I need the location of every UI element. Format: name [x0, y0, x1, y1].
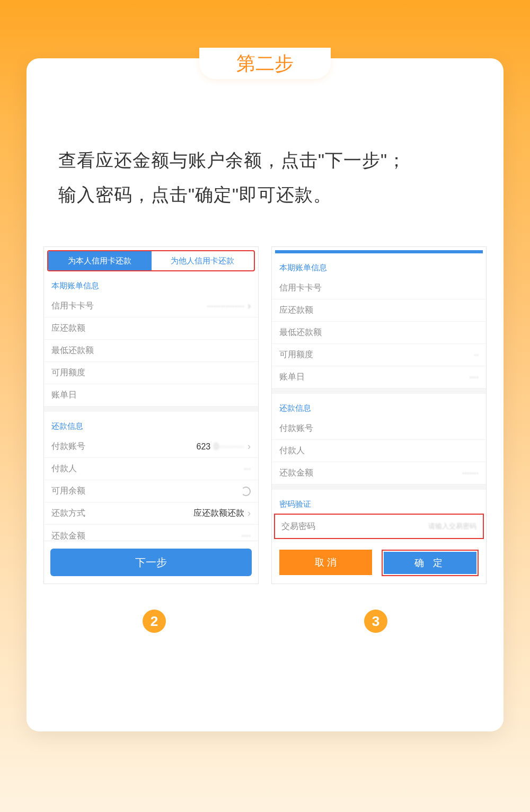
confirm-button[interactable]: 确 定 [384, 552, 476, 574]
row-card-number: 信用卡卡号 [272, 277, 486, 299]
step-badge-row: 2 3 [43, 610, 487, 633]
row-repay-method[interactable]: 还款方式 应还款额还款 › [44, 502, 258, 525]
refresh-icon[interactable] [241, 487, 251, 496]
transaction-password-field[interactable]: 交易密码 请输入交易密码 [274, 514, 484, 539]
section-password-verify: 密码验证 [272, 490, 486, 514]
row-repay-amount: 还款金额······· [272, 462, 486, 484]
value-pay-account: 6230··········· › [197, 441, 251, 452]
row-pay-account[interactable]: 付款账号 6230··········· › [44, 436, 258, 458]
divider [272, 484, 486, 490]
section-bill-info: 本期账单信息 [272, 253, 486, 277]
value-repay-method: 应还款额还款 › [193, 508, 251, 519]
label-repay-method: 还款方式 [51, 508, 85, 519]
cancel-button[interactable]: 取 消 [279, 550, 372, 575]
confirm-button-highlight: 确 定 [382, 550, 479, 576]
row-credit-limit: 可用额度·· [272, 344, 486, 366]
chevron-right-icon: › [248, 301, 251, 312]
step-badge-3: 3 [364, 610, 387, 633]
screenshot-row: 为本人信用卡还款 为他人信用卡还款 本期账单信息 信用卡卡号 ·········… [43, 246, 487, 584]
divider [44, 407, 258, 412]
tab-self-repay[interactable]: 为本人信用卡还款 [48, 251, 151, 270]
row-min-due: 最低还款额 [44, 340, 258, 362]
label-card-number: 信用卡卡号 [279, 283, 322, 294]
label-available-balance: 可用余额 [51, 486, 85, 497]
chevron-right-icon: › [248, 441, 251, 452]
label-bill-date: 账单日 [51, 390, 77, 401]
label-min-due: 最低还款额 [279, 327, 322, 338]
label-min-due: 最低还款额 [51, 345, 94, 356]
label-payer: 付款人 [279, 445, 305, 456]
tab-other-repay[interactable]: 为他人信用卡还款 [151, 251, 254, 270]
label-payer: 付款人 [51, 463, 77, 474]
step-description: 查看应还金额与账户余额，点击"下一步"； 输入密码，点击"确定"即可还款。 [58, 143, 472, 211]
row-pay-account: 付款账号 [272, 418, 486, 440]
value-card-number: ················ › [207, 301, 251, 312]
row-credit-limit: 可用额度 [44, 362, 258, 384]
row-bill-date: 账单日···· [272, 366, 486, 389]
row-due-amount: 应还款额 [44, 317, 258, 340]
instruction-card: 第二步 查看应还金额与账户余额，点击"下一步"； 输入密码，点击"确定"即可还款… [26, 58, 504, 731]
label-card-number: 信用卡卡号 [51, 301, 94, 312]
row-min-due: 最低还款额 [272, 322, 486, 344]
step-badge-2: 2 [143, 610, 166, 633]
label-due-amount: 应还款额 [279, 305, 313, 316]
label-repay-amount: 还款金额 [51, 531, 85, 542]
row-bill-date: 账单日 [44, 384, 258, 407]
footer: 取 消 确 定 [272, 542, 486, 584]
placeholder-transaction-password: 请输入交易密码 [428, 522, 476, 531]
screenshot-3: 本期账单信息 信用卡卡号 应还款额 最低还款额 可用额度·· 账单日···· 还… [271, 246, 487, 584]
section-repay-info: 还款信息 [272, 394, 486, 418]
label-pay-account: 付款账号 [279, 423, 313, 434]
row-card-number[interactable]: 信用卡卡号 ················ › [44, 295, 258, 317]
label-transaction-password: 交易密码 [281, 521, 315, 532]
section-bill-info: 本期账单信息 [44, 271, 258, 295]
divider [272, 389, 486, 394]
row-available-balance[interactable]: 可用余额 [44, 480, 258, 502]
label-pay-account: 付款账号 [51, 441, 85, 452]
next-button[interactable]: 下一步 [50, 549, 252, 576]
repay-tabs: 为本人信用卡还款 为他人信用卡还款 [47, 250, 255, 271]
label-due-amount: 应还款额 [51, 323, 85, 334]
label-bill-date: 账单日 [279, 372, 305, 383]
label-repay-amount: 还款金额 [279, 467, 313, 479]
screenshot-2: 为本人信用卡还款 为他人信用卡还款 本期账单信息 信用卡卡号 ·········… [43, 246, 259, 584]
row-due-amount: 应还款额 [272, 299, 486, 322]
step-title: 第二步 [199, 48, 331, 79]
row-payer: 付款人··· [44, 458, 258, 480]
label-credit-limit: 可用额度 [51, 367, 85, 378]
label-credit-limit: 可用额度 [279, 349, 313, 360]
section-repay-info: 还款信息 [44, 412, 258, 436]
footer: 下一步 [44, 541, 258, 584]
row-payer: 付款人 [272, 440, 486, 462]
chevron-right-icon: › [248, 508, 251, 519]
